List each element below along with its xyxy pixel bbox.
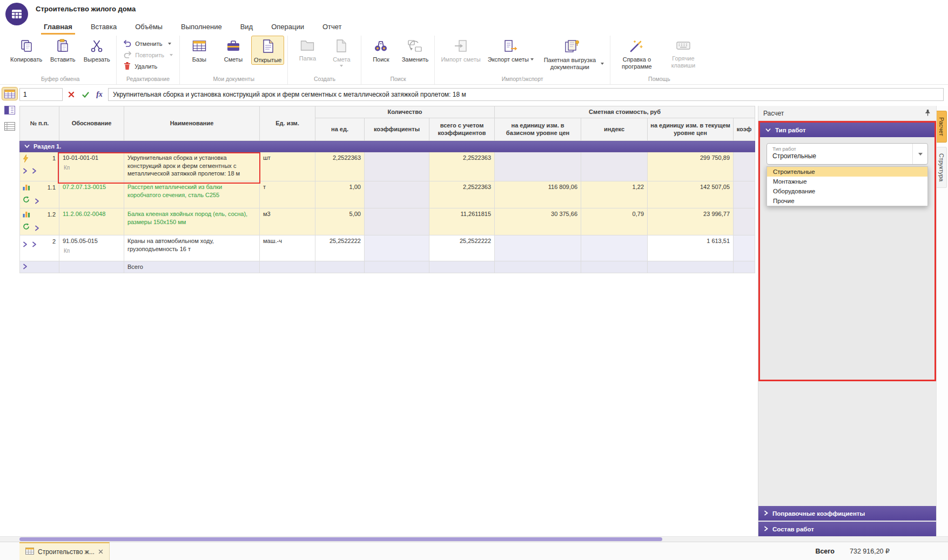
cut-button[interactable]: Вырезать xyxy=(80,36,113,64)
confirm-edit-icon[interactable] xyxy=(80,89,91,100)
expand-chevron-icon[interactable] xyxy=(35,198,39,206)
coefficients-cell[interactable] xyxy=(365,208,429,235)
koef-cell[interactable] xyxy=(734,181,755,208)
current-unit-price-cell[interactable]: 23 996,77 xyxy=(648,208,734,235)
koef-cell[interactable] xyxy=(734,152,755,181)
section-collapse-icon[interactable] xyxy=(24,143,30,150)
index-cell[interactable]: 0,79 xyxy=(581,208,648,235)
work-type-select-arrow[interactable] xyxy=(912,144,927,164)
num-cell[interactable]: 1 xyxy=(20,152,59,181)
base-unit-price-cell[interactable]: 30 375,66 xyxy=(495,208,581,235)
name-cell[interactable]: Балка клееная хвойных пород (ель, сосна)… xyxy=(124,208,260,235)
num-cell[interactable]: 1.2 xyxy=(20,208,59,235)
index-cell[interactable] xyxy=(581,235,648,261)
tab-vstavka[interactable]: Вставка xyxy=(82,18,126,35)
current-unit-price-cell[interactable]: 299 750,89 xyxy=(648,152,734,181)
current-unit-price-cell[interactable]: 142 507,05 xyxy=(648,181,734,208)
undo-button[interactable]: Отменить xyxy=(120,38,174,49)
table-row-position-1[interactable]: 1 10-01-001-01Кп Укрупнительная сборка и… xyxy=(20,152,755,181)
expand-chevron-icon[interactable] xyxy=(32,241,37,249)
total-with-coeff-cell[interactable]: 2,2522363 xyxy=(429,181,495,208)
export-estimate-button[interactable]: Экспорт сметы xyxy=(485,36,536,64)
table-row-position-2[interactable]: 2 91.05.05-015Кп Краны на автомобильном … xyxy=(20,235,755,261)
refresh-icon[interactable] xyxy=(23,196,30,205)
tab-vypolnenie[interactable]: Выполнение xyxy=(172,18,231,35)
koef-cell[interactable] xyxy=(734,208,755,235)
row-number-input[interactable] xyxy=(19,88,63,101)
table-footer-row[interactable]: Всего xyxy=(20,261,755,273)
pin-icon[interactable] xyxy=(924,109,931,118)
expand-chevron-icon[interactable] xyxy=(23,168,28,176)
work-type-select[interactable]: Тип работ Строительные xyxy=(767,143,928,165)
base-unit-price-cell[interactable] xyxy=(495,235,581,261)
export-dropdown-icon[interactable] xyxy=(530,58,534,60)
per-unit-cell[interactable]: 5,00 xyxy=(315,208,365,235)
justification-cell[interactable]: 07.2.07.13-0015 xyxy=(59,181,124,208)
justification-cell[interactable] xyxy=(59,261,124,273)
index-cell[interactable]: 1,22 xyxy=(581,181,648,208)
coefficients-cell[interactable] xyxy=(365,181,429,208)
tab-glavnaya[interactable]: Главная xyxy=(35,18,82,35)
new-estimate-button[interactable]: Смета xyxy=(325,36,358,68)
estimates-button[interactable]: Сметы xyxy=(217,36,250,64)
replace-button[interactable]: Заменить xyxy=(399,36,431,64)
index-cell[interactable] xyxy=(581,152,648,181)
per-unit-cell[interactable]: 25,2522222 xyxy=(315,235,365,261)
undo-dropdown-icon[interactable] xyxy=(168,43,171,45)
batch-dropdown-icon[interactable] xyxy=(601,63,604,65)
view-mode-grid-button[interactable] xyxy=(2,87,17,100)
section-row[interactable]: Раздел 1. xyxy=(20,141,755,152)
formula-text-input[interactable] xyxy=(108,88,944,101)
base-unit-price-cell[interactable] xyxy=(495,152,581,181)
per-unit-cell[interactable]: 2,2522363 xyxy=(315,152,365,181)
justification-cell[interactable]: 11.2.06.02-0048 xyxy=(59,208,124,235)
base-unit-price-cell[interactable]: 116 809,06 xyxy=(495,181,581,208)
num-cell[interactable]: 1.1 xyxy=(20,181,59,208)
expand-chevron-icon[interactable] xyxy=(35,225,39,233)
coefficients-cell[interactable] xyxy=(365,152,429,181)
paste-button[interactable]: Вставить xyxy=(46,36,79,64)
delete-button[interactable]: Удалить xyxy=(120,60,160,72)
opened-button[interactable]: Открытые xyxy=(251,36,285,65)
tab-otchet[interactable]: Отчет xyxy=(313,18,351,35)
work-composition-section-header[interactable]: Состав работ xyxy=(758,522,936,536)
side-tab-structure[interactable]: Структура xyxy=(937,147,947,188)
view-mode-split-button[interactable] xyxy=(2,104,17,116)
tab-obyomy[interactable]: Объёмы xyxy=(126,18,172,35)
import-estimate-button[interactable]: Импорт сметы xyxy=(438,36,483,64)
document-tab-close-icon[interactable] xyxy=(98,548,103,556)
refresh-icon[interactable] xyxy=(23,223,30,232)
total-with-coeff-cell[interactable]: 25,2522222 xyxy=(429,235,495,261)
option-oborudovanie[interactable]: Оборудование xyxy=(767,186,927,196)
batch-upload-button[interactable]: Пакетная выгрузка документации xyxy=(538,36,607,71)
tab-operacii[interactable]: Операции xyxy=(262,18,313,35)
scrollbar-thumb[interactable] xyxy=(19,537,662,541)
option-prochie[interactable]: Прочие xyxy=(767,196,927,206)
unit-cell[interactable]: маш.-ч xyxy=(260,235,315,261)
koef-cell[interactable] xyxy=(734,235,755,261)
tab-vid[interactable]: Вид xyxy=(231,18,263,35)
cancel-edit-icon[interactable] xyxy=(66,89,77,100)
num-cell[interactable] xyxy=(20,261,59,273)
num-cell[interactable]: 2 xyxy=(20,235,59,261)
bases-button[interactable]: Базы xyxy=(183,36,216,64)
justification-cell[interactable]: 91.05.05-015Кп xyxy=(59,235,124,261)
table-row-resource-1-2[interactable]: 1.2 11.2.06.02-0048 Балка клееная хвойны… xyxy=(20,208,755,235)
side-tab-calc[interactable]: Расчет xyxy=(937,111,947,143)
coefficients-cell[interactable] xyxy=(365,235,429,261)
hotkeys-button[interactable]: Горячие клавиши xyxy=(662,36,705,70)
copy-button[interactable]: Копировать xyxy=(8,36,45,64)
help-about-button[interactable]: Справка о программе xyxy=(614,36,660,71)
per-unit-cell[interactable]: 1,00 xyxy=(315,181,365,208)
correction-coefficients-section-header[interactable]: Поправочные коэффициенты xyxy=(758,506,936,521)
search-button[interactable]: Поиск xyxy=(365,36,397,64)
current-unit-price-cell[interactable]: 1 613,51 xyxy=(648,235,734,261)
redo-button[interactable]: Повторить xyxy=(120,49,176,60)
expand-chevron-icon[interactable] xyxy=(23,264,28,271)
new-folder-button[interactable]: Папка xyxy=(291,36,324,63)
unit-cell[interactable]: м3 xyxy=(260,208,315,235)
app-logo-icon[interactable] xyxy=(5,3,28,25)
total-with-coeff-cell[interactable]: 11,2611815 xyxy=(429,208,495,235)
table-row-resource-1-1[interactable]: 1.1 07.2.07.13-0015 Расстрел металлическ… xyxy=(20,181,755,208)
work-type-section-header[interactable]: Тип работ xyxy=(760,123,934,137)
